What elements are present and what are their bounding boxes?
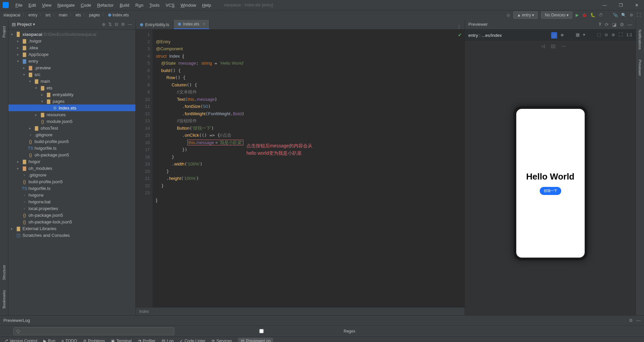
fit-icon[interactable]: ⬚ (597, 32, 601, 39)
font-icon[interactable]: Ŧ (598, 22, 601, 27)
back-icon[interactable]: ◁ (541, 44, 545, 49)
tab-index[interactable]: ⬢Index.ets× (174, 20, 210, 29)
coverage-button[interactable]: 🐛 (590, 13, 595, 17)
hide-icon[interactable]: — (128, 22, 132, 27)
tree-item--gitignore[interactable]: ▫.gitignore (8, 172, 135, 178)
tree-item--gitignore[interactable]: ▫.gitignore (8, 131, 135, 138)
btab-problems[interactable]: ⊘ Problems (83, 339, 105, 342)
code-editor[interactable]: 1234567891011121314151617181920212223 ✔@… (136, 29, 465, 307)
device-selector[interactable]: No Devices ▾ (541, 11, 572, 19)
collapse-icon[interactable]: ⊟ (115, 22, 118, 27)
menu-vcs[interactable]: VCS (163, 1, 177, 9)
tab-entryability[interactable]: ⬢EntryAbility.ts (136, 20, 174, 29)
tree-item-src[interactable]: ▾▇src (8, 71, 135, 78)
tree-item-oh-package-lock-json5[interactable]: {}oh-package-lock.json5 (8, 218, 135, 225)
btab-services[interactable]: ⟳ Services (212, 339, 232, 342)
btab-log[interactable]: ▤ Log (162, 339, 174, 342)
btab-todo[interactable]: ≡ TODO (61, 339, 77, 342)
one-to-one-icon[interactable]: 1:1 (626, 32, 632, 39)
tree-item-module-json5[interactable]: {}module.json5 (8, 118, 135, 125)
profile-button[interactable]: ⏱ (599, 13, 603, 17)
minimize-icon[interactable]: — (628, 22, 632, 27)
tool-structure[interactable]: Structure (2, 265, 6, 280)
menu-run[interactable]: Run (133, 1, 146, 9)
debug-button[interactable]: 🐞 (582, 13, 587, 17)
locate-icon[interactable]: ⊕ (102, 22, 106, 27)
tree-item--hvigor[interactable]: ▸▇.hvigor (8, 38, 135, 44)
tree-item-entry[interactable]: ▾▇entry (8, 58, 135, 64)
layers-icon[interactable]: ◈ (561, 32, 564, 39)
tree-item-build-profile-json5[interactable]: {}build-profile.json5 (8, 138, 135, 145)
crumb-main[interactable]: main (59, 13, 67, 17)
menu-window[interactable]: Window (178, 1, 199, 9)
btab-previewerlog[interactable]: ▤ PreviewerLog (238, 338, 273, 342)
tool-previewer[interactable]: Previewer (638, 60, 642, 76)
inspect-icon[interactable]: ◪ (612, 22, 617, 27)
tree-item-oh-package-json5[interactable]: {}oh-package.json5 (8, 151, 135, 158)
log-search-input[interactable] (13, 327, 174, 335)
crumb-entry[interactable]: entry (28, 13, 38, 17)
menu-edit[interactable]: Edit (26, 1, 39, 9)
crumb-file[interactable]: Index.ets (112, 13, 129, 17)
tree-item-resources[interactable]: ▸▇resources (8, 111, 135, 118)
btab-linter[interactable]: ✓ Code Linter (180, 339, 206, 342)
btab-run[interactable]: ▶ Run (43, 339, 55, 342)
code-content[interactable]: ✔@Entry @Component struct Index { @State… (153, 29, 465, 307)
tool-project[interactable]: Project (2, 26, 6, 38)
tree-item-oh-package-json5[interactable]: {}oh-package.json5 (8, 212, 135, 218)
settings-icon[interactable]: ⚙ (630, 13, 633, 17)
btab-terminal[interactable]: ▣ Terminal (111, 339, 131, 342)
regex-checkbox[interactable]: Regex (181, 329, 355, 334)
settings-icon[interactable]: ⚙ (121, 22, 125, 27)
tool-bookmarks[interactable]: Bookmarks (2, 290, 6, 309)
tree-item-hvigorfile-ts[interactable]: TShvigorfile.ts (8, 185, 135, 192)
menu-navigate[interactable]: Navigate (55, 1, 77, 9)
gear-icon[interactable]: ⚙ (629, 318, 633, 323)
project-tree[interactable]: ▾▉ xiaopacai D:\DevEcoStudio\xiaopacai ▸… (8, 29, 135, 315)
minimize-button[interactable]: — (600, 1, 609, 9)
close-icon[interactable]: × (203, 22, 205, 26)
tree-item-hvigorw-bat[interactable]: ▫hvigorw.bat (8, 198, 135, 205)
expand-icon[interactable]: ⇅ (108, 22, 112, 27)
inspect-toggle-icon[interactable]: ◇ (551, 32, 557, 39)
refresh-icon[interactable]: ⟳ (605, 22, 609, 27)
tree-item-build-profile-json5[interactable]: {}build-profile.json5 (8, 178, 135, 185)
tab-menu-icon[interactable]: ⋮ (454, 24, 465, 29)
menu-tools[interactable]: Tools (147, 1, 162, 9)
menu-view[interactable]: View (39, 1, 54, 9)
more-icon[interactable]: ⛶ (637, 13, 641, 17)
chevron-down-icon[interactable]: ▾ (583, 32, 585, 39)
more-icon[interactable]: ⋯ (562, 44, 566, 49)
menu-file[interactable]: File (13, 1, 25, 9)
maximize-button[interactable]: ❐ (616, 1, 626, 9)
tree-item-ets[interactable]: ▾▇ets (8, 84, 135, 91)
attach-icon[interactable]: 📎 (613, 13, 618, 17)
target-icon[interactable]: ◎ (507, 13, 510, 17)
tree-item-local-properties[interactable]: ▫local.properties (8, 205, 135, 212)
crumb-project[interactable]: xiaopacai (3, 13, 20, 17)
btab-profiler[interactable]: ◔ Profiler (138, 339, 156, 342)
tree-item-hvigorw[interactable]: ▫hvigorw (8, 192, 135, 198)
tree-item-AppScope[interactable]: ▸▇AppScope (8, 51, 135, 58)
tree-item-Index-ets[interactable]: ⬢Index.ets (8, 105, 135, 111)
tree-root[interactable]: ▾▉ xiaopacai D:\DevEcoStudio\xiaopacai (8, 31, 135, 38)
device-screen[interactable]: Hello World 捏我一下 (516, 109, 585, 258)
tree-item-main[interactable]: ▾▇main (8, 78, 135, 84)
tree-scratches[interactable]: ◫Scratches and Consoles (8, 232, 135, 238)
tree-item-oh_modules[interactable]: ▸▇oh_modules (8, 165, 135, 172)
tree-external[interactable]: ▸▇External Libraries (8, 225, 135, 232)
module-selector[interactable]: ▲ entry ▾ (513, 11, 538, 19)
menu-code[interactable]: Code (78, 1, 94, 9)
tool-notifications[interactable]: Notifications (638, 29, 642, 50)
preview-button[interactable]: 捏我一下 (540, 187, 561, 195)
crumb-ets[interactable]: ets (75, 13, 81, 17)
tree-item-entryability[interactable]: ▸▇entryability (8, 91, 135, 98)
tree-item-hvigor[interactable]: ▸▇hvigor (8, 158, 135, 165)
run-button[interactable]: ▶ (576, 13, 579, 17)
rotate-icon[interactable]: ▯▯ (551, 44, 555, 49)
zoom-in-icon[interactable]: ⊕ (611, 32, 615, 39)
btab-vcs[interactable]: ⎇ Version Control (3, 339, 37, 342)
fullscreen-icon[interactable]: ⛶ (619, 32, 623, 39)
tree-item-hvigorfile-ts[interactable]: TShvigorfile.ts (8, 145, 135, 151)
crumb-src[interactable]: src (45, 13, 51, 17)
